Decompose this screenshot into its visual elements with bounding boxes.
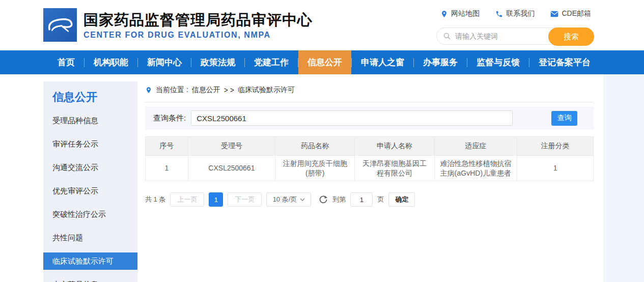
pagination: 共 1 条 上一页 1 下一页 10 条/页 到第 页 确定 [145, 192, 594, 207]
nav-item-policies[interactable]: 政策法规 [191, 50, 244, 74]
page-number-button[interactable]: 1 [209, 192, 223, 207]
sidebar-title: 信息公开 [43, 90, 137, 105]
quick-links: 网站地图 联系我们 CDE邮箱 [436, 9, 594, 18]
breadcrumb-separator: > > [224, 86, 234, 94]
site-header: 国家药品监督管理局药品审评中心 CENTER FOR DRUG EVALUATI… [0, 0, 644, 50]
column-header-index: 序号 [146, 137, 188, 156]
chevron-down-icon [300, 198, 305, 202]
prev-page-button[interactable]: 上一页 [170, 192, 204, 207]
breadcrumb: 当前位置 : 信息公开 > > 临床试验默示许可 [145, 81, 594, 102]
breadcrumb-current[interactable]: 临床试验默示许可 [238, 86, 295, 95]
nav-item-supervision[interactable]: 监督与反馈 [467, 50, 529, 74]
contact-label: 联系我们 [506, 9, 535, 18]
content-area: 信息公开 受理品种信息 审评任务公示 沟通交流公示 优先审评公示 突破性治疗公示… [0, 74, 644, 282]
search-button[interactable]: 搜索 [548, 27, 594, 46]
contact-link[interactable]: 联系我们 [495, 9, 535, 18]
goto-prefix: 到第 [332, 195, 346, 204]
query-input[interactable] [191, 110, 513, 126]
site-search: 搜索 [436, 27, 594, 45]
sidebar-item-clinical-trial-implied-license[interactable]: 临床试验默示许可 [43, 252, 137, 270]
cell-acceptance-number: CXSL2500661 [188, 156, 275, 181]
cell-drug-name: 注射用间充质干细胞(脐带) [275, 156, 355, 181]
cde-logo [43, 8, 77, 42]
column-header-indication: 适应症 [434, 137, 517, 156]
query-button[interactable]: 查询 [551, 111, 577, 126]
breadcrumb-section[interactable]: 信息公开 [192, 86, 220, 95]
site-subtitle: CENTER FOR DRUG EVALUATION, NMPA [83, 31, 313, 40]
goto-page-input[interactable] [350, 192, 373, 207]
nav-item-functions[interactable]: 机构职能 [85, 50, 137, 74]
column-header-registration-category: 注册分类 [517, 137, 594, 156]
header-right: 网站地图 联系我们 CDE邮箱 搜索 [436, 9, 594, 45]
main-panel: 当前位置 : 信息公开 > > 临床试验默示许可 查询条件: 查询 序号 受理号… [145, 81, 594, 207]
column-header-applicant-name: 申请人名称 [355, 137, 434, 156]
cell-index: 1 [146, 156, 188, 181]
next-page-button[interactable]: 下一页 [228, 192, 262, 207]
sidebar-item-common-issues[interactable]: 共性问题 [43, 229, 137, 246]
query-label: 查询条件: [153, 114, 186, 123]
goto-suffix: 页 [377, 195, 384, 204]
table-row: 1 CXSL2500661 注射用间充质干细胞(脐带) 天津昂赛细胞基因工程有限… [146, 156, 594, 181]
sidebar-item-review-tasks[interactable]: 审评任务公示 [43, 135, 137, 153]
sidebar-item-communication[interactable]: 沟通交流公示 [43, 159, 137, 176]
page-size-select[interactable]: 10 条/页 [266, 192, 311, 207]
location-pin-icon [440, 10, 448, 18]
cell-indication: 难治性急性移植物抗宿主病(aGvHD)儿童患者 [434, 156, 517, 181]
nav-item-home[interactable]: 首页 [48, 50, 84, 74]
breadcrumb-pin-icon [145, 87, 152, 94]
nav-item-services[interactable]: 办事服务 [414, 50, 467, 74]
query-bar: 查询条件: 查询 [145, 106, 594, 130]
sitemap-label: 网站地图 [451, 9, 480, 18]
main-nav: 首页 机构职能 新闻中心 政策法规 党建工作 信息公开 申请人之窗 办事服务 监… [0, 50, 644, 74]
nav-item-news[interactable]: 新闻中心 [138, 50, 191, 74]
site-title: 国家药品监督管理局药品审评中心 [83, 11, 313, 29]
column-header-acceptance-number: 受理号 [188, 137, 275, 156]
right-background-strip [603, 74, 644, 282]
breadcrumb-prefix: 当前位置 : [156, 86, 188, 95]
sidebar: 信息公开 受理品种信息 审评任务公示 沟通交流公示 优先审评公示 突破性治疗公示… [43, 81, 137, 282]
sitemap-link[interactable]: 网站地图 [440, 9, 480, 18]
page-size-value: 10 条/页 [273, 195, 297, 204]
search-icon [443, 32, 451, 40]
nav-item-information-disclosure[interactable]: 信息公开 [298, 50, 351, 74]
results-table: 序号 受理号 药品名称 申请人名称 适应症 注册分类 1 CXSL2500661… [145, 136, 594, 181]
refresh-icon[interactable] [319, 195, 328, 204]
cde-mail-label: CDE邮箱 [562, 9, 591, 18]
sidebar-item-breakthrough-therapy[interactable]: 突破性治疗公示 [43, 206, 137, 223]
column-header-drug-name: 药品名称 [275, 137, 355, 156]
envelope-icon [550, 11, 558, 17]
phone-icon [495, 10, 503, 18]
sidebar-item-accepted-varieties[interactable]: 受理品种信息 [43, 112, 137, 129]
sidebar-item-priority-review[interactable]: 优先审评公示 [43, 182, 137, 200]
cell-registration-category: 1 [517, 156, 594, 181]
cell-applicant-name: 天津昂赛细胞基因工程有限公司 [355, 156, 434, 181]
cde-eagle-icon [46, 14, 74, 36]
nav-item-registration-platform[interactable]: 登记备案平台 [529, 50, 600, 74]
pagination-total: 共 1 条 [145, 195, 165, 204]
cde-mail-link[interactable]: CDE邮箱 [550, 9, 591, 18]
confirm-button[interactable]: 确定 [388, 192, 415, 207]
nav-item-applicant-window[interactable]: 申请人之窗 [352, 50, 413, 74]
brand-text: 国家药品监督管理局药品审评中心 CENTER FOR DRUG EVALUATI… [83, 11, 313, 40]
search-input[interactable] [455, 32, 542, 40]
table-header-row: 序号 受理号 药品名称 申请人名称 适应症 注册分类 [146, 137, 594, 156]
sidebar-item-marketed-drugs[interactable]: 上市药品信息 [43, 276, 137, 282]
brand: 国家药品监督管理局药品审评中心 CENTER FOR DRUG EVALUATI… [43, 8, 313, 42]
nav-item-party[interactable]: 党建工作 [245, 50, 298, 74]
